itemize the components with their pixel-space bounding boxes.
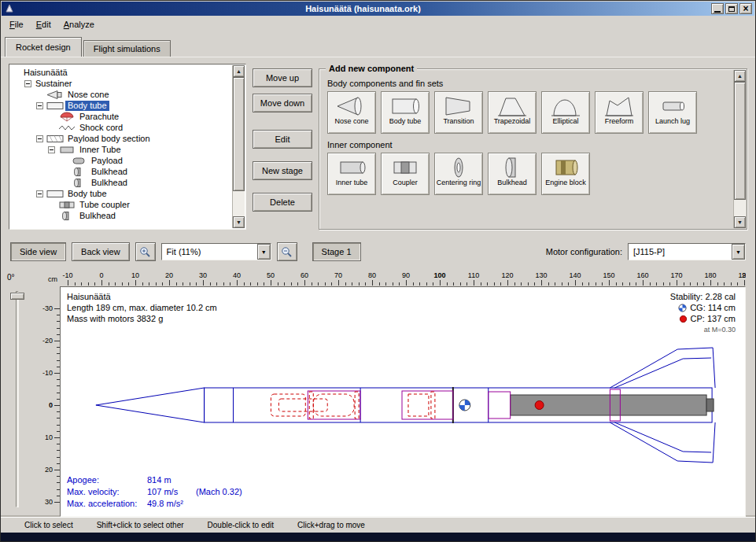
tree-item-label: Body tube: [65, 189, 109, 199]
minimize-button[interactable]: [711, 3, 724, 14]
scroll-track[interactable]: [233, 77, 245, 216]
statusbar: Click to selectShift+click to select oth…: [1, 517, 755, 532]
move-down-button[interactable]: Move down: [253, 94, 312, 112]
menu-edit[interactable]: Edit: [30, 17, 57, 31]
rotation-slider[interactable]: [1, 286, 34, 517]
ruler-tick: [568, 282, 569, 286]
new-stage-button[interactable]: New stage: [253, 161, 312, 180]
palette-button-inner-tube[interactable]: Inner tube: [327, 153, 376, 195]
delete-button[interactable]: Delete: [253, 193, 312, 212]
ruler-label: -30: [42, 304, 53, 312]
stage-1-button[interactable]: Stage 1: [312, 242, 361, 261]
ruler-tick: [575, 280, 576, 286]
tree-item-bulkhead[interactable]: Bulkhead: [11, 177, 231, 188]
ruler-tick: [271, 280, 271, 286]
palette-button-bulkhead[interactable]: Bulkhead: [488, 153, 537, 195]
scroll-down-button[interactable]: ▼: [734, 216, 746, 228]
scroll-down-button[interactable]: ▼: [233, 216, 245, 228]
motor-config-value: [J115-P]: [629, 244, 732, 260]
palette-button-centering-ring[interactable]: Centering ring: [434, 153, 483, 195]
palette-button-label: Engine block: [545, 179, 586, 186]
titlebar[interactable]: Haisunäätä (haisunaata.ork) ×: [2, 2, 754, 16]
tree-item-shock-cord[interactable]: Shock cord: [11, 122, 231, 133]
palette-button-engine-block[interactable]: Engine block: [541, 153, 590, 195]
collapse-icon[interactable]: [46, 146, 57, 153]
edit-button[interactable]: Edit: [253, 130, 312, 149]
ruler-tick: [338, 280, 339, 286]
rocket-canvas[interactable]: Haisunäätä Length 189 cm, max. diameter …: [60, 286, 746, 517]
ruler-tick: [68, 280, 68, 286]
move-up-button[interactable]: Move up: [253, 68, 312, 87]
palette-button-launch-lug[interactable]: Launch lug: [648, 91, 697, 134]
palette-button-coupler[interactable]: Coupler: [381, 153, 430, 195]
tree-item-bulkhead[interactable]: Bulkhead: [11, 166, 231, 177]
palette-button-nose-cone[interactable]: Nose cone: [327, 91, 376, 134]
palette-button-body-tube[interactable]: Body tube: [381, 91, 430, 134]
menu-file[interactable]: File: [3, 17, 30, 31]
tab-flight-simulations[interactable]: Flight simulations: [83, 40, 171, 57]
chevron-down-icon[interactable]: ▼: [257, 244, 271, 260]
tree-item-payload[interactable]: Payload: [11, 155, 231, 166]
zoom-out-button[interactable]: [277, 242, 297, 261]
palette-button-elliptical[interactable]: Elliptical: [541, 91, 590, 134]
scroll-thumb[interactable]: [734, 82, 746, 200]
zoom-in-button[interactable]: [135, 242, 156, 261]
tree-item-nose-cone[interactable]: Nose cone: [11, 89, 231, 100]
tree-item-bulkhead[interactable]: Bulkhead: [11, 210, 231, 221]
tab-rocket-design[interactable]: Rocket design: [5, 37, 82, 57]
ruler-tick: [426, 282, 427, 286]
ruler-tick: [677, 280, 677, 286]
ruler-tick: [684, 282, 684, 286]
ruler-tick: [717, 282, 718, 286]
tree-item-body-tube[interactable]: Body tube: [11, 188, 231, 199]
tree-item-tube-coupler[interactable]: Tube coupler: [11, 199, 231, 210]
palette-button-freeform[interactable]: Freeform: [595, 91, 644, 134]
tree-item-label: Tube coupler: [77, 200, 132, 210]
ruler-label: 150: [603, 271, 614, 279]
back-view-button[interactable]: Back view: [72, 242, 130, 261]
tree-item-parachute[interactable]: Parachute: [11, 111, 231, 122]
collapse-icon[interactable]: [23, 80, 33, 87]
palette-button-trapezoidal[interactable]: Trapezoidal: [488, 91, 537, 134]
ruler-tick: [460, 282, 461, 286]
tree-item-haisun-t[interactable]: Haisunäätä: [11, 67, 231, 78]
ruler-tick: [345, 282, 346, 286]
close-button[interactable]: ×: [739, 3, 752, 14]
ruler-label: 10: [45, 433, 53, 441]
tree-item-sustainer[interactable]: Sustainer: [11, 78, 231, 89]
elliptical-icon: [550, 94, 581, 118]
zoom-select[interactable]: Fit (11%) ▼: [161, 243, 271, 260]
component-tree: HaisunäätäSustainerNose coneBody tubePar…: [11, 67, 231, 221]
menu-analyze[interactable]: Analyze: [57, 17, 101, 31]
maximize-button[interactable]: [725, 3, 738, 14]
scroll-up-button[interactable]: ▲: [734, 70, 746, 82]
ruler-tick: [372, 280, 373, 286]
ruler-tick: [278, 282, 278, 286]
minimize-icon: [714, 11, 721, 13]
palette-button-transition[interactable]: Transition: [434, 91, 483, 134]
collapse-icon[interactable]: [35, 190, 45, 197]
scroll-up-button[interactable]: ▲: [233, 65, 245, 77]
slider-handle[interactable]: [10, 293, 24, 300]
ruler-tick: [216, 282, 217, 286]
scroll-track[interactable]: [734, 82, 746, 216]
tree-scrollbar[interactable]: ▲ ▼: [232, 65, 245, 228]
palette-row: Inner tubeCouplerCentering ringBulkheadE…: [327, 153, 726, 195]
motor-config-select[interactable]: [J115-P] ▼: [628, 243, 746, 260]
side-view-button[interactable]: Side view: [10, 242, 66, 261]
collapse-icon[interactable]: [35, 102, 45, 109]
groupbox-title: Add new component: [326, 64, 417, 73]
ruler-tick: [588, 282, 589, 286]
scroll-thumb[interactable]: [233, 77, 245, 191]
tree-item-inner-tube[interactable]: Inner Tube: [11, 144, 231, 155]
chevron-down-icon[interactable]: ▼: [732, 244, 745, 260]
tree-item-body-tube[interactable]: Body tube: [11, 100, 231, 111]
palette-row: Nose coneBody tubeTransitionTrapezoidalE…: [327, 91, 726, 134]
nosecone-icon: [45, 90, 65, 100]
ruler-tick: [663, 282, 664, 286]
tree-item-payload-body-section[interactable]: Payload body section: [11, 133, 231, 144]
app-window: Haisunäätä (haisunaata.ork) × FileEditAn…: [0, 0, 756, 542]
palette-scrollbar[interactable]: ▲ ▼: [733, 70, 746, 228]
ruler-tick: [203, 280, 204, 286]
collapse-icon[interactable]: [35, 135, 45, 142]
